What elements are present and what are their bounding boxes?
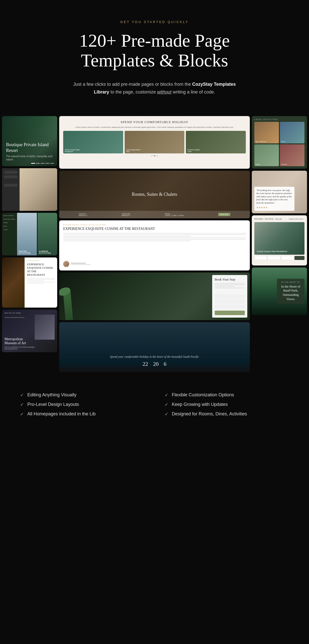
card-conversation[interactable]: [2, 168, 57, 211]
food-photo: [2, 257, 25, 308]
card-rooms-chalets[interactable]: Rooms, Suites & Chalets Check-InMM/DD/YY…: [59, 171, 250, 218]
book-form: [215, 295, 245, 315]
check-icon-4: ✓: [165, 392, 168, 398]
card-exquisite[interactable]: EXPERIENCE EXQUISITE CUISINE EXPERIENCE …: [59, 220, 250, 270]
book-content-card: Book Your Stay: [212, 275, 247, 318]
check-icon-2: ✓: [20, 402, 24, 407]
check-icon-3: ✓: [20, 411, 24, 417]
food-title: EXPERIENCE EXQUISITE CUISINE AT THE REST…: [27, 262, 55, 277]
winter-col-2: SUMMER ACTIVITIES: [38, 213, 57, 255]
chef-role: [71, 264, 91, 265]
card-south-pacific[interactable]: Spend your comfortable holiday in the he…: [59, 322, 250, 372]
card-metropolitan[interactable]: New York, NY 10028 MetropolitanMuseum of…: [2, 310, 57, 352]
activities-label: LOCAL ACTIVITIES: [254, 119, 304, 120]
winter-images: WINTER ACTIVITIES SUMMER ACTIVITIES: [17, 213, 57, 255]
feature-item-5: ✓ Keep Growing with Updates: [165, 402, 289, 407]
book-checkout: [215, 300, 245, 304]
winter-col-1: WINTER ACTIVITIES: [17, 213, 37, 255]
nav-item-3: Skiing: [4, 222, 16, 223]
feature-label-6: Designed for Rooms, Dines, Activities: [172, 411, 247, 417]
boutique-title: Boutique Private Island Resort The natur…: [6, 142, 57, 161]
room-thumb-1: Grand Ocean-ViewResidence: [63, 131, 123, 153]
rvb-submit[interactable]: [294, 256, 304, 260]
holiday-rooms: Grand Ocean-ViewResidence Luxury Beachfr…: [63, 131, 246, 153]
holiday-subtitle: Lorem ipsum dolor sit amet, consectetur …: [75, 126, 234, 128]
exquisite-body: [63, 233, 246, 241]
feature-item-1: ✓ Editing Anything Visually: [20, 392, 144, 398]
card-banff[interactable]: IN THE HEART OF In the Heart of Banff Pa…: [252, 267, 307, 315]
page-wrapper: GET YOU STARTED QUICKLY 120+ Pre-made Pa…: [0, 0, 309, 437]
exquisite-title: EXPERIENCE EXQUISITE CUISINE AT THE REST…: [63, 227, 246, 231]
metro-title: MetropolitanMuseum of Art: [5, 337, 35, 345]
boutique-nav-dots: [31, 163, 54, 164]
activity-label-2: Resta...: [281, 141, 286, 142]
nav-dot-4: [45, 163, 49, 164]
conv-photo: [20, 168, 57, 211]
winter-label: WINTER ACTIVITIES: [19, 250, 37, 254]
feature-label-5: Keep Growing with Updates: [172, 402, 228, 407]
rooms-title: Rooms, Suites & Chalets: [132, 192, 177, 197]
emphasis-text: without: [157, 89, 172, 95]
book-description: [215, 283, 245, 288]
card-rooms-ville[interactable]: ROOMS. SUITES. VILLE. Explore All Accom.…: [252, 215, 307, 265]
card-winter-summer[interactable]: beach activities Running & Hiking Skiing…: [2, 213, 57, 255]
card-activities[interactable]: LOCAL ACTIVITIES Spa & Wellness Resta...…: [252, 116, 307, 169]
card-spa-review[interactable]: "Everything here was great: the staff, t…: [252, 171, 307, 213]
desc-part3: writing a line of code.: [173, 89, 215, 95]
rooms-ville-link[interactable]: Explore All Accom...: [289, 218, 304, 220]
winter-image: [17, 213, 37, 255]
room-thumb-3: Premier GardenSuite: [186, 131, 246, 153]
spa-review-card: "Everything here was great: the staff, t…: [254, 187, 294, 211]
sp-content: Spend your comfortable holiday in the he…: [69, 355, 240, 367]
metro-line-1: [5, 317, 25, 318]
sp-counter: 22 20 6: [69, 361, 240, 367]
activity-thumb-2: Resta...: [280, 122, 304, 144]
chef-section: [63, 261, 246, 267]
checkout-field: Check-OutMM/DD/YY: [122, 213, 130, 216]
food-text: [27, 278, 55, 284]
desc-part2: to the page, customize: [110, 89, 156, 95]
feature-item-2: ✓ Pro-Level Design Layouts: [20, 402, 144, 407]
spa-stars: ★★★★★: [256, 206, 292, 209]
food-content: EXPERIENCE EXPERIENCE EXQUISITE CUISINE …: [25, 257, 57, 308]
feature-label-4: Flexible Customization Options: [172, 392, 234, 398]
book-now-button[interactable]: Book Now: [218, 213, 230, 216]
book-submit[interactable]: [215, 311, 245, 315]
card-boutique[interactable]: Boutique Private Island Resort The natur…: [2, 116, 57, 166]
rooms-booking-bar: Check-InMM/DD/YY Check-OutMM/DD/YY Guest…: [59, 211, 250, 218]
rooms-ville-header: ROOMS. SUITES. VILLE. Explore All Accom.…: [254, 218, 304, 220]
room-label-3: Premier GardenSuite: [187, 149, 200, 152]
bubble-1: [4, 171, 18, 174]
feature-item-3: ✓ All Homepages included in the Lib: [20, 411, 144, 417]
room-label-2: Luxury BeachfrontVilla: [126, 149, 140, 152]
card-food[interactable]: EXPERIENCE EXPERIENCE EXQUISITE CUISINE …: [2, 257, 57, 308]
chef-avatar: [63, 261, 69, 267]
card-book-stay[interactable]: Book Your Stay: [59, 272, 250, 320]
features-section: ✓ Editing Anything Visually ✓ Flexible C…: [0, 377, 309, 437]
check-icon-1: ✓: [20, 392, 24, 398]
holiday-dots: [151, 155, 158, 156]
guests-field: Guests1 Adult, 1 Child / 1 Room: [165, 213, 184, 216]
main-title: 120+ Pre-made Page Templates & Blocks: [50, 31, 259, 70]
nav-dot-5: [50, 163, 54, 164]
check-icon-6: ✓: [165, 411, 168, 417]
metro-content: MetropolitanMuseum of Art with our colle…: [5, 337, 35, 350]
spa-review-quote: "Everything here was great: the staff, t…: [256, 189, 292, 205]
checkin-field: Check-InMM/DD/YY: [79, 213, 88, 216]
rooms-ville-booking-bar: [254, 256, 304, 260]
book-title: Book Your Stay: [215, 278, 245, 282]
banff-title: In the Heart of Banff Park, Outstanding …: [280, 284, 301, 301]
card-holiday[interactable]: SPEND YOUR COMFORTABLE HOLIDAY Lorem ips…: [59, 116, 250, 169]
rvb-checkin: [254, 256, 267, 260]
desc-part1: Just a few clicks to add pre-made pages …: [73, 82, 191, 87]
rooms-ville-title: ROOMS. SUITES. VILLE.: [254, 218, 283, 220]
activity-thumb-1: Spa & Wellness: [254, 122, 279, 144]
right-column: LOCAL ACTIVITIES Spa & Wellness Resta...…: [252, 116, 307, 372]
sp-num-1: 22: [143, 361, 148, 367]
metro-desc: with our collection of curated packagesa…: [5, 346, 35, 350]
banff-eyebrow: IN THE HEART OF: [280, 281, 301, 283]
winter-nav: beach activities Running & Hiking Skiing…: [2, 213, 17, 255]
food-eyebrow: EXPERIENCE: [27, 260, 55, 261]
rooms-ville-image: Grand Ocean-View Residence: [254, 222, 304, 255]
feature-label-1: Editing Anything Visually: [27, 392, 76, 398]
